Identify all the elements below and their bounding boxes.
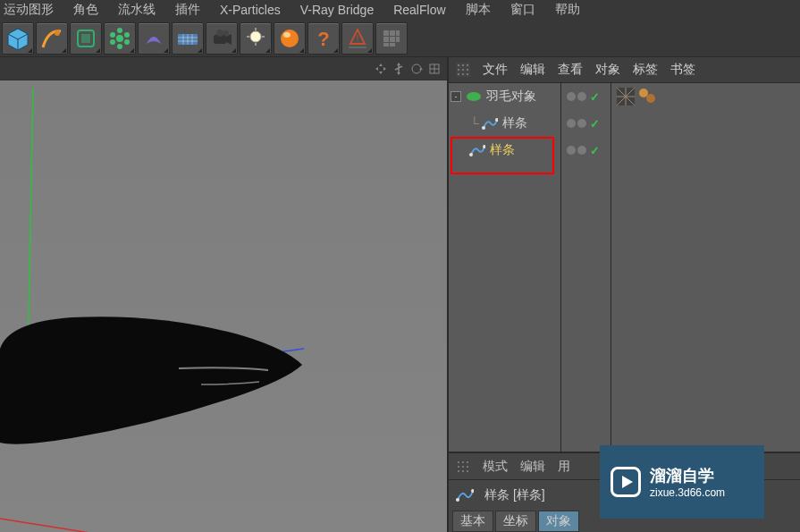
attrmgr-menu-mode[interactable]: 模式 xyxy=(483,459,508,475)
watermark-brand: 溜溜自学 xyxy=(650,465,725,486)
phong-tag-icon[interactable] xyxy=(638,88,656,106)
object-manager-header: 文件 编辑 查看 对象 标签 书签 xyxy=(449,57,800,83)
svg-point-76 xyxy=(458,470,459,472)
svg-marker-41 xyxy=(397,63,400,65)
menu-xparticles[interactable]: X-Particles xyxy=(220,3,281,17)
light-button[interactable] xyxy=(240,22,272,55)
move-view-icon[interactable] xyxy=(374,62,388,76)
svg-marker-42 xyxy=(397,72,400,75)
svg-rect-34 xyxy=(390,30,395,36)
deformer-button[interactable] xyxy=(138,22,170,55)
svg-point-79 xyxy=(456,498,459,502)
menu-vraybridge[interactable]: V-Ray Bridge xyxy=(300,3,374,17)
svg-point-22 xyxy=(250,31,261,42)
svg-point-55 xyxy=(458,69,459,71)
grid-toggle-button[interactable] xyxy=(375,22,408,55)
svg-point-54 xyxy=(467,64,468,66)
attrmgr-menu-userdata[interactable]: 用 xyxy=(558,459,570,475)
watermark-overlay: 溜溜自学 zixue.3d66.com xyxy=(600,445,764,519)
panel-grip-icon xyxy=(456,460,470,474)
render-settings-button[interactable]: ! xyxy=(341,22,374,55)
svg-point-6 xyxy=(117,28,122,33)
perspective-viewport[interactable] xyxy=(0,80,447,532)
svg-point-28 xyxy=(283,32,291,38)
svg-point-61 xyxy=(467,92,481,101)
tab-coord[interactable]: 坐标 xyxy=(495,511,536,532)
svg-line-49 xyxy=(0,519,393,532)
menu-window[interactable]: 窗口 xyxy=(510,2,535,18)
material-button[interactable] xyxy=(274,22,306,55)
svg-point-78 xyxy=(467,470,468,472)
zoom-view-icon[interactable] xyxy=(392,62,406,76)
help-button[interactable]: ? xyxy=(307,22,340,55)
svg-point-74 xyxy=(462,466,464,468)
camera-button[interactable] xyxy=(206,22,238,55)
array-button[interactable] xyxy=(104,22,136,55)
attribute-title-text: 样条 [样条] xyxy=(484,487,545,503)
texture-tag-icon[interactable] xyxy=(617,88,635,106)
visibility-cell[interactable]: ✓ xyxy=(561,110,611,137)
viewport-panel xyxy=(0,57,447,532)
svg-point-68 xyxy=(646,94,655,103)
tree-label: 羽毛对象 xyxy=(486,89,536,105)
visibility-cell[interactable]: ✓ xyxy=(561,137,611,164)
svg-point-5 xyxy=(116,35,123,42)
svg-rect-37 xyxy=(390,37,395,42)
tab-basic[interactable]: 基本 xyxy=(452,511,493,532)
floor-button[interactable] xyxy=(172,22,204,55)
svg-point-72 xyxy=(467,461,468,463)
objmgr-menu-tags[interactable]: 标签 xyxy=(633,62,658,78)
svg-point-19 xyxy=(216,30,223,37)
tab-object[interactable]: 对象 xyxy=(538,511,579,532)
menu-realflow[interactable]: RealFlow xyxy=(393,3,445,17)
svg-point-60 xyxy=(467,73,468,75)
menu-character[interactable]: 角色 xyxy=(73,2,98,18)
tags-cell[interactable] xyxy=(611,83,800,110)
svg-point-10 xyxy=(110,39,115,45)
svg-rect-33 xyxy=(383,30,389,36)
tree-branch-icon: └ xyxy=(470,116,479,131)
svg-point-67 xyxy=(639,89,648,97)
cube-primitive-button[interactable] xyxy=(2,22,34,55)
menu-motiongraphics[interactable]: 运动图形 xyxy=(4,2,54,18)
rotate-view-icon[interactable] xyxy=(409,62,424,76)
menu-help[interactable]: 帮助 xyxy=(555,2,580,18)
objmgr-menu-view[interactable]: 查看 xyxy=(558,62,583,78)
menu-pipeline[interactable]: 流水线 xyxy=(118,2,156,18)
tree-row-spline-selected[interactable]: 样条 xyxy=(449,137,560,164)
menu-script[interactable]: 脚本 xyxy=(466,2,491,18)
svg-point-7 xyxy=(124,32,130,38)
svg-rect-35 xyxy=(396,30,400,36)
panel-grip-icon xyxy=(456,63,470,77)
attrmgr-menu-edit[interactable]: 编辑 xyxy=(520,459,545,475)
svg-point-59 xyxy=(462,73,464,75)
collapse-icon[interactable]: - xyxy=(451,91,461,102)
objmgr-menu-edit[interactable]: 编辑 xyxy=(520,62,545,78)
object-tree[interactable]: - 羽毛对象 └ 样条 样条 xyxy=(449,83,561,452)
svg-rect-40 xyxy=(390,43,395,46)
objmgr-menu-bookmarks[interactable]: 书签 xyxy=(670,62,695,78)
maximize-view-icon[interactable] xyxy=(427,62,442,76)
objmgr-menu-object[interactable]: 对象 xyxy=(595,62,620,78)
svg-point-8 xyxy=(124,39,130,45)
svg-rect-4 xyxy=(81,34,90,43)
spline-pen-button[interactable] xyxy=(36,22,68,55)
subdivision-button[interactable] xyxy=(70,22,102,55)
tags-column xyxy=(611,83,800,452)
check-icon: ✓ xyxy=(590,144,600,157)
check-icon: ✓ xyxy=(590,117,600,131)
menu-plugins[interactable]: 插件 xyxy=(175,2,200,18)
tree-row-feather[interactable]: - 羽毛对象 xyxy=(449,83,560,110)
svg-point-43 xyxy=(412,64,421,73)
objmgr-menu-file[interactable]: 文件 xyxy=(483,62,508,78)
svg-point-53 xyxy=(462,64,464,66)
svg-point-58 xyxy=(458,73,459,75)
svg-point-71 xyxy=(462,461,464,463)
svg-point-77 xyxy=(462,470,464,472)
play-icon xyxy=(611,467,641,497)
tree-row-spline-child[interactable]: └ 样条 xyxy=(449,110,560,137)
svg-text:!: ! xyxy=(357,34,359,44)
visibility-cell[interactable]: ✓ xyxy=(561,83,611,110)
check-icon: ✓ xyxy=(590,90,600,104)
svg-rect-39 xyxy=(383,43,389,46)
